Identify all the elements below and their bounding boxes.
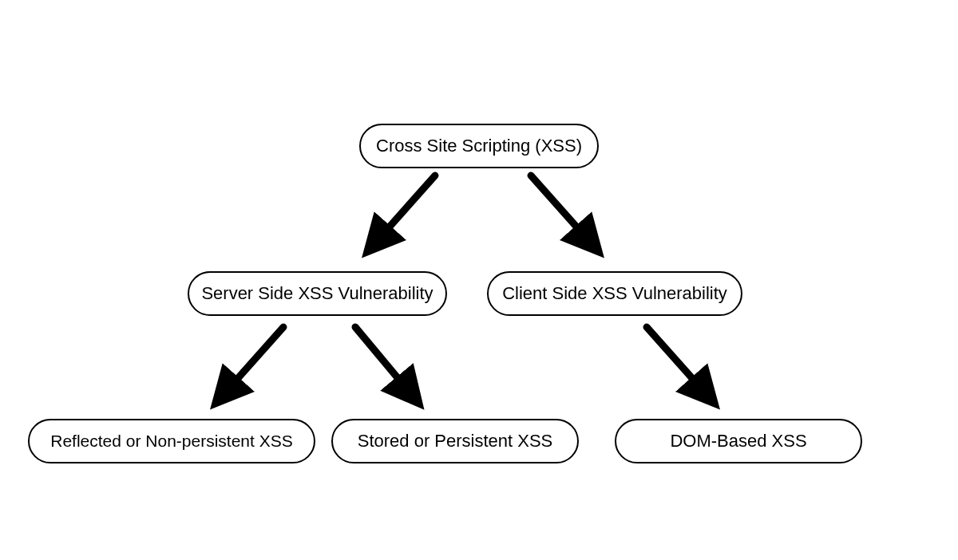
edge-client-dom xyxy=(647,327,711,399)
node-root: Cross Site Scripting (XSS) xyxy=(359,124,599,168)
arrows-layer xyxy=(0,0,958,560)
node-client-label: Client Side XSS Vulnerability xyxy=(502,283,727,304)
diagram-canvas: Cross Site Scripting (XSS) Server Side X… xyxy=(0,0,958,560)
edge-root-client xyxy=(531,175,595,247)
node-root-label: Cross Site Scripting (XSS) xyxy=(376,136,582,156)
edge-server-reflected xyxy=(220,327,283,399)
node-reflected-label: Reflected or Non-persistent XSS xyxy=(50,432,292,451)
edge-root-server xyxy=(371,175,435,247)
node-reflected: Reflected or Non-persistent XSS xyxy=(28,419,315,463)
node-dom-label: DOM-Based XSS xyxy=(670,431,806,452)
node-dom: DOM-Based XSS xyxy=(615,419,862,463)
edge-server-stored xyxy=(355,327,415,399)
node-stored: Stored or Persistent XSS xyxy=(331,419,579,463)
node-stored-label: Stored or Persistent XSS xyxy=(358,431,553,452)
node-server: Server Side XSS Vulnerability xyxy=(188,271,447,316)
node-server-label: Server Side XSS Vulnerability xyxy=(201,283,433,304)
node-client: Client Side XSS Vulnerability xyxy=(487,271,742,316)
